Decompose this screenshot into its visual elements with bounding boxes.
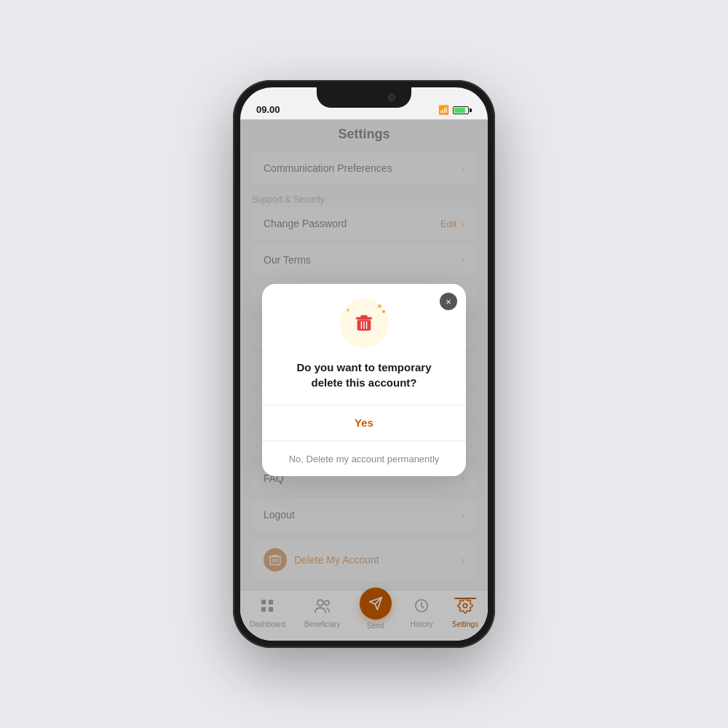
dialog-question: Do you want to temporary delete this acc… [280,360,448,390]
notch [317,87,411,108]
wifi-icon: 📶 [438,105,449,115]
screen-content: Settings Communication Preferences › Sup… [240,119,488,641]
trash-icon-container [339,298,389,348]
phone-frame: 09.00 📶 Settings [233,80,495,648]
dialog-yes-button[interactable]: Yes [262,405,466,441]
battery-icon [453,106,472,114]
no-label: No, Delete my account permanently [289,454,440,464]
svg-rect-5 [356,317,372,320]
dialog-no-button[interactable]: No, Delete my account permanently [262,441,466,476]
status-icons: 📶 [438,105,472,115]
dialog-close-button[interactable]: × [440,293,457,310]
modal-overlay: × [240,119,488,641]
phone-screen: 09.00 📶 Settings [240,87,488,641]
close-icon: × [446,297,451,306]
front-camera [388,94,395,101]
delete-dialog: × [262,284,466,476]
dialog-body: Do you want to temporary delete this acc… [262,284,466,390]
yes-label: Yes [355,416,373,429]
status-time: 09.00 [256,104,280,115]
svg-rect-6 [361,315,368,317]
trash-icon [351,310,377,336]
